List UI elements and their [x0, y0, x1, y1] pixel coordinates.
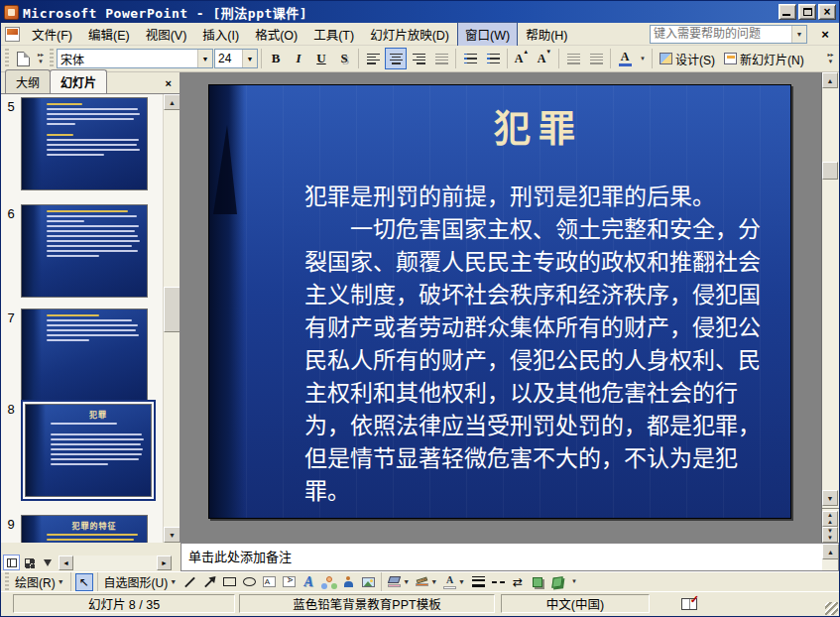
menu-insert[interactable]: 插入(I): [194, 22, 247, 47]
slide-canvas[interactable]: 犯罪 犯罪是刑罚的前提，刑罚是犯罪的后果。 一切危害国家主权、领土完整和安全，分…: [208, 84, 791, 519]
menu-edit[interactable]: 编辑(E): [80, 22, 138, 47]
toolbar-overflow-button[interactable]: ▸▸▼: [824, 48, 837, 69]
scroll-up-button[interactable]: ▲: [822, 544, 839, 559]
insert-picture-button[interactable]: [359, 573, 377, 591]
close-panel-button[interactable]: ×: [162, 76, 176, 90]
tab-outline[interactable]: 大纲: [5, 69, 51, 93]
scrollbar-thumb[interactable]: [822, 162, 838, 180]
oval-tool-button[interactable]: [240, 573, 258, 591]
toolbar-grip[interactable]: [50, 49, 54, 68]
next-slide-button[interactable]: ▼▼: [822, 527, 838, 543]
autoshapes-menu-button[interactable]: 自选图形(U)▼: [102, 573, 180, 591]
status-template-name[interactable]: 蓝色铅笔背景教育PPT模板: [239, 594, 495, 613]
toolbar-options-button[interactable]: ▸▸▼: [35, 48, 47, 69]
toolbar-overflow-button[interactable]: ▼: [568, 571, 580, 593]
scrollbar-track[interactable]: [822, 88, 839, 490]
select-objects-button[interactable]: ↖: [75, 573, 93, 591]
minimize-button[interactable]: [779, 4, 796, 20]
align-justify-button[interactable]: [430, 48, 452, 69]
design-button[interactable]: 设计(S): [656, 48, 719, 69]
menu-slideshow[interactable]: 幻灯片放映(D): [362, 22, 457, 47]
align-left-button[interactable]: [362, 48, 384, 69]
toolbar-grip[interactable]: [5, 572, 9, 592]
slideshow-view-button[interactable]: [39, 555, 56, 570]
toolbar-grip[interactable]: [5, 49, 9, 68]
scroll-down-button[interactable]: ▼: [822, 490, 838, 506]
line-style-button[interactable]: [469, 573, 487, 591]
scroll-right-button[interactable]: ►: [157, 555, 172, 570]
slide-6-thumbnail[interactable]: [21, 204, 148, 298]
dash-style-button[interactable]: [489, 573, 507, 591]
underline-button[interactable]: U: [310, 48, 332, 69]
horizontal-scrollbar[interactable]: ◄ ►: [59, 555, 172, 570]
italic-button[interactable]: I: [288, 48, 309, 69]
rectangle-tool-button[interactable]: [220, 573, 238, 591]
new-slide-button[interactable]: 新幻灯片(N): [720, 48, 808, 69]
normal-view-button[interactable]: [3, 555, 20, 570]
scrollbar-track[interactable]: [73, 555, 157, 570]
slide-8-thumbnail[interactable]: 犯罪: [25, 404, 152, 497]
decrease-indent-button[interactable]: [562, 48, 584, 69]
menu-format[interactable]: 格式(O): [247, 22, 305, 47]
arrow-tool-button[interactable]: [200, 573, 218, 591]
resize-grip[interactable]: [825, 602, 838, 615]
slide-9-thumbnail[interactable]: 犯罪的特征: [21, 515, 148, 543]
scrollbar-thumb[interactable]: [164, 287, 180, 332]
threed-style-button[interactable]: [548, 573, 566, 591]
draw-menu-button[interactable]: 绘图(R)▼: [13, 573, 66, 591]
shadow-style-button[interactable]: [529, 573, 546, 591]
menu-tools[interactable]: 工具(T): [305, 22, 362, 47]
new-document-button[interactable]: [12, 48, 34, 69]
slide-title[interactable]: 犯罪: [209, 99, 790, 153]
wordart-button[interactable]: A: [300, 573, 317, 591]
increase-indent-button[interactable]: [585, 48, 607, 69]
notes-pane[interactable]: 单击此处添加备注: [180, 543, 822, 571]
text-shadow-button[interactable]: S: [333, 48, 355, 69]
line-tool-button[interactable]: [180, 573, 198, 591]
scroll-down-button[interactable]: ▼: [164, 527, 180, 543]
bullet-list-button[interactable]: [482, 48, 504, 69]
notes-scrollbar[interactable]: ▲: [822, 543, 839, 571]
vertical-text-box-button[interactable]: A: [280, 573, 298, 591]
font-color-button[interactable]: A: [614, 48, 636, 69]
font-size-combo[interactable]: 24 ▼: [214, 49, 258, 68]
fill-color-button[interactable]: ▼: [386, 573, 412, 591]
status-language[interactable]: 中文(中国): [501, 594, 650, 613]
text-box-button[interactable]: A: [260, 573, 278, 591]
slide-body-text[interactable]: 犯罪是刑罚的前提，刑罚是犯罪的后果。 一切危害国家主权、领土完整和安全，分裂国家…: [304, 181, 778, 508]
clip-art-button[interactable]: [339, 573, 357, 591]
help-input[interactable]: [651, 27, 791, 42]
menu-window[interactable]: 窗口(W): [457, 22, 518, 47]
menu-file[interactable]: 文件(F): [24, 22, 80, 47]
spellcheck-book-icon[interactable]: [681, 598, 697, 610]
increase-font-button[interactable]: A▲: [511, 48, 533, 69]
scroll-up-button[interactable]: ▲: [164, 94, 180, 110]
chevron-down-icon[interactable]: ▼: [791, 26, 806, 43]
chevron-down-icon[interactable]: ▼: [637, 48, 649, 69]
menu-view[interactable]: 视图(V): [138, 22, 195, 47]
main-vertical-scrollbar[interactable]: ▲ ▼ ▲▲ ▼▼: [821, 72, 839, 543]
scroll-left-button[interactable]: ◄: [59, 555, 73, 570]
arrow-style-button[interactable]: ⇄: [509, 573, 527, 591]
insert-diagram-button[interactable]: [319, 573, 337, 591]
document-icon[interactable]: [5, 27, 20, 42]
previous-slide-button[interactable]: ▲▲: [822, 511, 838, 527]
numbered-list-button[interactable]: [459, 48, 481, 69]
close-presentation-button[interactable]: ×: [815, 27, 835, 42]
thumbnail-scrollbar[interactable]: ▲ ▼: [163, 94, 180, 543]
align-center-button[interactable]: [385, 48, 407, 69]
line-color-button[interactable]: ▼: [414, 573, 439, 591]
close-button[interactable]: ×: [818, 4, 836, 20]
maximize-button[interactable]: [798, 4, 816, 20]
chevron-down-icon[interactable]: ▼: [197, 50, 212, 67]
font-color-button[interactable]: A ▼: [441, 573, 467, 591]
powerpoint-app-icon[interactable]: [4, 5, 19, 20]
slide-7-thumbnail[interactable]: [21, 308, 148, 402]
slide-sorter-view-button[interactable]: [21, 555, 38, 570]
tab-slides[interactable]: 幻灯片: [50, 69, 107, 93]
bold-button[interactable]: B: [265, 48, 287, 69]
scroll-up-button[interactable]: ▲: [822, 72, 838, 88]
align-right-button[interactable]: [408, 48, 429, 69]
font-name-combo[interactable]: 宋体 ▼: [57, 49, 213, 68]
decrease-font-button[interactable]: A▼: [534, 48, 555, 69]
